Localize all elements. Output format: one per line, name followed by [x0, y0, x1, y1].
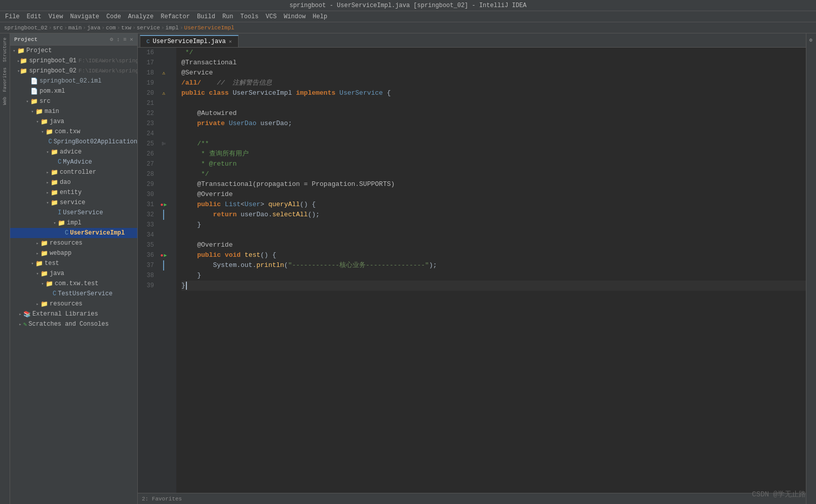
code-token: [181, 108, 197, 119]
gutter-35: [157, 240, 170, 250]
menu-refactor[interactable]: Refactor: [158, 12, 193, 21]
folder-icon: 📁: [35, 108, 43, 115]
tree-item-test-resources[interactable]: ▸ 📁 resources: [10, 299, 137, 309]
tree-item-test[interactable]: ▾ 📁 test: [10, 258, 137, 268]
code-token: [181, 250, 197, 260]
tree-item-userservice[interactable]: ▸ I UserService: [10, 208, 137, 218]
gutter-26: [157, 149, 170, 159]
tree-item-testuserservice[interactable]: ▸ C TestUserService: [10, 289, 137, 299]
code-token: User: [245, 200, 260, 210]
tab-userserviceimpl[interactable]: C UserServiceImpl.java ✕: [140, 35, 239, 47]
breadcrumb-item[interactable]: service: [137, 25, 160, 31]
breadcrumb-item[interactable]: java: [87, 25, 100, 31]
tree-item-external-libs[interactable]: ▸ 📚 External Libraries: [10, 309, 137, 319]
gutter-36: ● ▶: [157, 250, 170, 260]
breadcrumb-item[interactable]: txw: [121, 25, 131, 31]
tree-item-main[interactable]: ▾ 📁 main: [10, 106, 137, 117]
tree-item-comtxw[interactable]: ▾ 📁 com.txw: [10, 127, 137, 137]
sidebar-icon-web[interactable]: Web: [2, 95, 9, 107]
status-bar: 2: Favorites: [138, 493, 806, 504]
menu-bar: File Edit View Navigate Code Analyze Ref…: [0, 11, 816, 22]
menu-tools[interactable]: Tools: [238, 12, 262, 21]
title-bar: springboot - UserServiceImpl.java [sprin…: [0, 0, 816, 11]
sidebar-icon-structure[interactable]: Structure: [2, 35, 9, 64]
code-content[interactable]: */ @Transactional @Service /all/ // 注解警告…: [176, 48, 806, 493]
tree-arrow: ▸: [45, 180, 51, 185]
breadcrumb-item[interactable]: impl: [166, 25, 179, 31]
breadcrumb-item[interactable]: main: [68, 25, 82, 31]
code-line-24: [181, 129, 806, 139]
tree-item-project[interactable]: ▾ 📁 Project: [10, 46, 137, 56]
menu-help[interactable]: Help: [309, 12, 330, 21]
menu-code[interactable]: Code: [103, 12, 124, 21]
menu-view[interactable]: View: [46, 12, 66, 21]
tree-item-webapp[interactable]: ▸ 📁 webapp: [10, 248, 137, 258]
tab-label: UserServiceImpl.java: [153, 38, 226, 45]
breadcrumb-item[interactable]: com: [106, 25, 116, 31]
line-number: 34: [138, 230, 157, 240]
code-line-19: /all/ // 注解警告信息: [181, 78, 806, 88]
code-line-23: private UserDao userDao;: [181, 119, 806, 129]
tree-label: entity: [60, 189, 82, 196]
tree-item-springboot02[interactable]: ▾ 📁 springboot_02 F:\IDEAWork\springboot: [10, 66, 137, 76]
code-token: selectAll: [272, 210, 307, 220]
menu-vcs[interactable]: VCS: [263, 12, 280, 21]
tree-item-entity[interactable]: ▸ 📁 entity: [10, 187, 137, 198]
menu-navigate[interactable]: Navigate: [67, 12, 102, 21]
tree-item-service[interactable]: ▾ 📁 service: [10, 198, 137, 208]
tree-item-userserviceimpl[interactable]: ▸ C UserServiceImpl: [10, 228, 137, 238]
folder-icon: 📁: [51, 169, 58, 176]
menu-file[interactable]: File: [2, 12, 23, 21]
code-token: @Override: [197, 189, 232, 200]
folder-icon: 📁: [41, 270, 48, 278]
menu-edit[interactable]: Edit: [24, 12, 45, 21]
gutter-24: [157, 129, 170, 139]
tree-label: test: [45, 260, 59, 267]
tree-item-advice[interactable]: ▾ 📁 advice: [10, 147, 137, 157]
gutter-18: ⚠: [157, 68, 170, 78]
menu-build[interactable]: Build: [194, 12, 218, 21]
sidebar-icon-favorites[interactable]: Favorites: [2, 65, 9, 94]
breadcrumb-item-active[interactable]: UserServiceImpl: [184, 25, 235, 31]
tree-item-comtxwtest[interactable]: ▾ 📁 com.txw.test: [10, 279, 137, 289]
tree-item-scratches[interactable]: ▸ ✎ Scratches and Consoles: [10, 319, 137, 329]
tree-label: impl: [67, 219, 82, 226]
tree-item-myadvice[interactable]: ▸ C MyAdvice: [10, 157, 137, 167]
tree-item-controller[interactable]: ▸ 📁 controller: [10, 167, 137, 177]
project-icon: 📁: [17, 47, 25, 55]
tree-item-impl[interactable]: ▾ 📁 impl: [10, 218, 137, 228]
folder-icon: 📁: [35, 260, 43, 267]
code-token: }: [181, 270, 201, 281]
editor-area: C UserServiceImpl.java ✕ 16 17: [138, 33, 806, 504]
tree-item-springbootapp[interactable]: ▸ C SpringBoot02Application: [10, 137, 137, 147]
project-tree: ▾ 📁 Project ▸ 📁 springboot_01 F:\IDEAWor…: [10, 46, 137, 504]
tab-close-icon[interactable]: ✕: [229, 38, 232, 45]
tree-item-dao[interactable]: ▸ 📁 dao: [10, 177, 137, 187]
tree-item-test-java[interactable]: ▾ 📁 java: [10, 268, 137, 279]
tree-item-pom[interactable]: ▸ 📄 pom.xml: [10, 86, 137, 96]
tree-item-src[interactable]: ▾ 📁 src: [10, 96, 137, 106]
line-row-17: 17: [138, 58, 176, 68]
line-number: 19: [138, 78, 157, 88]
code-line-37: System.out. println ( "------------核心业务-…: [181, 260, 806, 270]
code-editor: 16 17 18 ⚠ 19: [138, 48, 806, 493]
line-number: 33: [138, 220, 157, 230]
tree-item-iml[interactable]: ▸ 📄 springboot_02.iml: [10, 76, 137, 86]
breadcrumb-item[interactable]: src: [53, 25, 63, 31]
menu-window[interactable]: Window: [281, 12, 308, 21]
code-line-35: @Override: [181, 240, 806, 250]
code-line-22: @Autowired: [181, 108, 806, 119]
line-row-37: 37: [138, 260, 176, 270]
tree-label: resources: [50, 240, 83, 247]
right-sidebar-icon[interactable]: ⚙: [806, 35, 816, 45]
breadcrumb-item[interactable]: springboot_02: [4, 25, 48, 31]
tree-item-springboot01[interactable]: ▸ 📁 springboot_01 F:\IDEAWork\springboot: [10, 56, 137, 66]
code-token: [181, 189, 197, 200]
tree-item-java[interactable]: ▾ 📁 java: [10, 117, 137, 127]
menu-run[interactable]: Run: [219, 12, 237, 21]
menu-analyze[interactable]: Analyze: [125, 12, 157, 21]
tab-bar: C UserServiceImpl.java ✕: [138, 33, 806, 48]
tree-item-resources[interactable]: ▸ 📁 resources: [10, 238, 137, 248]
code-line-20: public class UserServiceImpl implements …: [181, 88, 806, 98]
tree-label: UserServiceImpl: [70, 229, 125, 237]
